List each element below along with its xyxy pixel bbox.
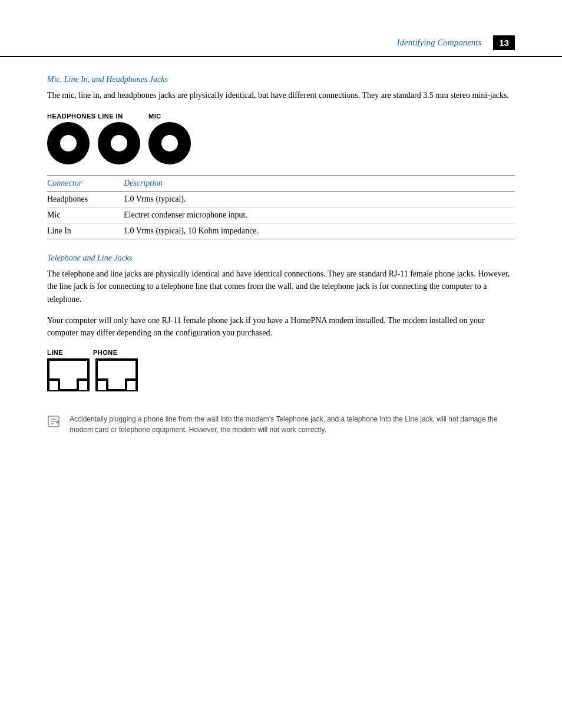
section-telephone: Telephone and Line Jacks The telephone a… [47, 253, 515, 435]
section1-body1: The mic, line in, and headphones jacks a… [47, 89, 515, 102]
note-icon [47, 414, 64, 428]
table-cell-connector: Line In [47, 223, 124, 239]
jack-label-headphones: HEADPHONES [47, 113, 98, 120]
section2-heading: Telephone and Line Jacks [47, 253, 515, 263]
jack-diagram: HEADPHONES LINE IN MIC [47, 113, 515, 164]
table-cell-connector: Mic [47, 207, 124, 223]
table-row: Line In 1.0 Vrms (typical), 10 Kohm impe… [47, 223, 515, 239]
mic-jack-circle [148, 122, 191, 164]
rj11-label-phone: PHONE [93, 349, 140, 356]
section1-heading: Mic, Line In, and Headphones Jacks [47, 75, 515, 84]
headphones-jack-circle [47, 122, 90, 164]
jack-label-linein: LINE IN [98, 113, 148, 120]
jack-label-mic: MIC [148, 113, 199, 120]
section2-body2: Your computer will only have one RJ-11 f… [47, 314, 515, 340]
svg-rect-2 [78, 380, 88, 390]
table-cell-description: Electret condenser microphone input. [124, 207, 515, 223]
svg-rect-4 [97, 380, 107, 390]
table-col-connector: Connector [47, 175, 124, 191]
jack-labels: HEADPHONES LINE IN MIC [47, 113, 515, 120]
table-cell-description: 1.0 Vrms (typical). [124, 191, 515, 207]
mic-jack-hole [161, 135, 178, 151]
rj11-label-line: LINE [47, 349, 88, 356]
page-header: Identifying Components 13 [0, 0, 562, 57]
headphones-jack-hole [60, 135, 77, 151]
header-title: Identifying Components [397, 38, 482, 48]
section-headphones: Mic, Line In, and Headphones Jacks The m… [47, 75, 515, 239]
linein-jack-circle [98, 122, 140, 164]
note-pencil-icon [47, 415, 60, 428]
note-box: Accidentally plugging a phone line from … [47, 414, 515, 435]
rj11-jacks-svg [47, 358, 141, 400]
note-text: Accidentally plugging a phone line from … [70, 414, 515, 435]
jack-circles [47, 122, 515, 164]
rj11-labels: LINE PHONE [47, 349, 515, 356]
table-row: Mic Electret condenser microphone input. [47, 207, 515, 223]
connector-table: Connector Description Headphones 1.0 Vrm… [47, 175, 515, 239]
section2-body1: The telephone and line jacks are physica… [47, 268, 515, 306]
svg-rect-1 [48, 380, 59, 390]
main-content: Mic, Line In, and Headphones Jacks The m… [0, 57, 562, 459]
page-number: 13 [493, 35, 515, 50]
rj11-diagram: LINE PHONE [47, 349, 515, 402]
page: Identifying Components 13 Mic, Line In, … [0, 0, 562, 728]
table-cell-description: 1.0 Vrms (typical), 10 Kohm impedance. [124, 223, 515, 239]
svg-rect-5 [126, 380, 137, 390]
table-cell-connector: Headphones [47, 191, 124, 207]
linein-jack-hole [111, 135, 127, 151]
table-row: Headphones 1.0 Vrms (typical). [47, 191, 515, 207]
table-col-description: Description [124, 175, 515, 191]
